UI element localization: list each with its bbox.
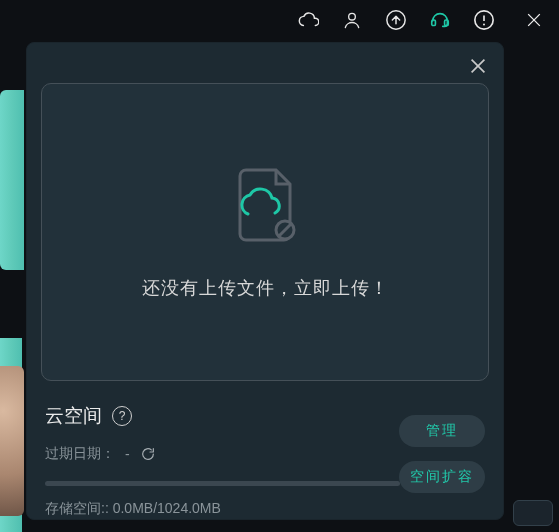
top-toolbar — [0, 0, 559, 40]
storage-progress — [45, 481, 400, 486]
bg-strip-bottom — [0, 338, 22, 532]
bg-badge-peek — [513, 500, 553, 526]
upload-icon[interactable] — [385, 9, 407, 31]
cloud-file-icon — [228, 164, 302, 246]
expiry-label: 过期日期： — [45, 445, 115, 463]
bg-strip-top — [0, 90, 24, 270]
expiry-value: - — [125, 446, 130, 462]
svg-point-0 — [349, 13, 356, 20]
manage-button[interactable]: 管理 — [399, 415, 485, 447]
storage-value: 0.0MB/1024.0MB — [113, 500, 221, 516]
cloud-space-dialog: 还没有上传文件，立即上传！ 云空间 ? 过期日期： - 存储空间:: 0.0MB… — [26, 42, 504, 520]
empty-prompt: 还没有上传文件，立即上传！ — [142, 276, 389, 300]
thumbnail-preview — [0, 366, 24, 516]
svg-point-6 — [483, 24, 485, 26]
cloud-space-info: 云空间 ? 过期日期： - 存储空间:: 0.0MB/1024.0MB 管理 空… — [45, 403, 485, 509]
headset-icon[interactable] — [429, 9, 451, 31]
info-icon[interactable] — [473, 9, 495, 31]
close-icon[interactable] — [467, 55, 489, 81]
cloud-icon[interactable] — [297, 9, 319, 31]
upload-empty-card: 还没有上传文件，立即上传！ — [41, 83, 489, 381]
storage-label: 存储空间:: — [45, 500, 109, 516]
section-title: 云空间 — [45, 403, 102, 429]
app-close-icon[interactable] — [523, 9, 545, 31]
svg-rect-2 — [432, 20, 436, 26]
help-icon[interactable]: ? — [112, 406, 132, 426]
user-icon[interactable] — [341, 9, 363, 31]
refresh-icon[interactable] — [140, 446, 156, 462]
expand-button[interactable]: 空间扩容 — [399, 461, 485, 493]
